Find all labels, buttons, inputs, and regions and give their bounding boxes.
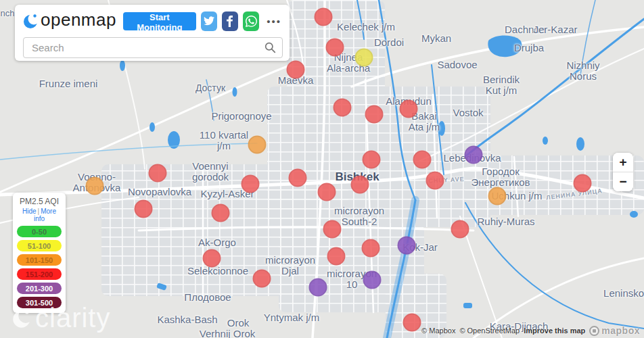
map-attribution: © Mapbox © OpenStreetMap Improve this ma…	[421, 325, 640, 336]
aqi-marker-red[interactable]	[242, 175, 260, 193]
aqi-marker-red[interactable]	[326, 39, 344, 57]
openmap-crescent-icon	[23, 12, 39, 30]
aqi-marker-red[interactable]	[363, 151, 381, 169]
aqi-marker-orange[interactable]	[86, 177, 104, 195]
aqi-marker-purple[interactable]	[398, 237, 416, 255]
aqi-marker-red[interactable]	[365, 105, 384, 124]
aqi-marker-red[interactable]	[315, 8, 333, 26]
osm-attribution-link[interactable]: © OpenStreetMap	[459, 327, 520, 335]
facebook-icon	[227, 16, 233, 27]
start-monitoring-button[interactable]: Start Monitoring	[123, 12, 196, 30]
mapbox-attribution-link[interactable]: © Mapbox	[421, 327, 455, 335]
search-input[interactable]	[23, 37, 283, 58]
aqi-marker-red[interactable]	[289, 169, 307, 187]
aqi-marker-red[interactable]	[203, 249, 221, 268]
aqi-marker-red[interactable]	[362, 239, 380, 258]
twitter-button[interactable]	[201, 11, 217, 31]
aqi-marker-red[interactable]	[400, 100, 418, 118]
whatsapp-icon	[246, 16, 257, 27]
aqi-legend: PM2.5 AQI Hide|More info 0-5051-100101-1…	[13, 193, 66, 313]
mapbox-logo-text: mapbox	[601, 325, 640, 336]
legend-hide-link[interactable]: Hide	[22, 208, 37, 215]
search-icon[interactable]	[264, 42, 276, 53]
aqi-marker-yellow[interactable]	[355, 49, 373, 67]
aqi-marker-red[interactable]	[403, 314, 421, 332]
mapbox-logo-icon	[589, 326, 599, 336]
aqi-marker-red[interactable]	[135, 200, 153, 218]
facebook-button[interactable]	[222, 11, 238, 31]
map-app: nchKelechek j/mDordoiMykanDachnoeJer-Kaz…	[0, 0, 644, 338]
aqi-marker-red[interactable]	[323, 220, 342, 239]
aqi-marker-purple[interactable]	[465, 146, 483, 164]
aqi-marker-red[interactable]	[451, 220, 469, 239]
openmap-logo[interactable]: openmap	[23, 11, 116, 30]
aqi-marker-purple[interactable]	[363, 271, 382, 289]
legend-range-301-500: 301-500	[17, 297, 62, 308]
legend-range-0-50: 0-50	[17, 226, 62, 237]
legend-range-201-300: 201-300	[17, 283, 62, 294]
aqi-marker-orange[interactable]	[488, 187, 507, 206]
legend-title: PM2.5 AQI	[17, 197, 62, 206]
aqi-marker-orange[interactable]	[248, 136, 267, 154]
logo-text: openmap	[41, 9, 116, 30]
legend-range-51-100: 51-100	[17, 240, 62, 251]
aqi-marker-red[interactable]	[149, 164, 167, 183]
legend-ranges: 0-5051-100101-150151-200201-300301-500	[17, 226, 62, 308]
legend-separator: |	[38, 208, 40, 215]
legend-links: Hide|More info	[17, 208, 62, 222]
legend-range-101-150: 101-150	[17, 254, 62, 266]
aqi-marker-red[interactable]	[287, 61, 305, 79]
header-card: openmap Start Monitoring •••	[15, 5, 290, 61]
zoom-control: + −	[613, 153, 633, 191]
aqi-marker-purple[interactable]	[309, 279, 327, 297]
legend-range-151-200: 151-200	[17, 268, 62, 280]
aqi-marker-red[interactable]	[426, 172, 444, 190]
twitter-icon	[204, 16, 214, 26]
mapbox-logo[interactable]: mapbox	[589, 325, 640, 336]
aqi-marker-red[interactable]	[318, 183, 336, 201]
legend-more-info-link[interactable]: More info	[34, 208, 56, 222]
aqi-marker-red[interactable]	[334, 99, 352, 117]
aqi-marker-red[interactable]	[413, 151, 432, 169]
aqi-marker-red[interactable]	[212, 204, 230, 222]
aqi-marker-red[interactable]	[351, 176, 369, 194]
aqi-marker-red[interactable]	[574, 174, 592, 193]
whatsapp-button[interactable]	[243, 11, 259, 31]
zoom-in-button[interactable]: +	[613, 153, 633, 172]
aqi-marker-red[interactable]	[253, 270, 271, 288]
aqi-marker-red[interactable]	[327, 247, 346, 266]
zoom-out-button[interactable]: −	[613, 172, 633, 191]
improve-map-link[interactable]: Improve this map	[524, 327, 585, 335]
more-options-button[interactable]: •••	[265, 15, 283, 28]
